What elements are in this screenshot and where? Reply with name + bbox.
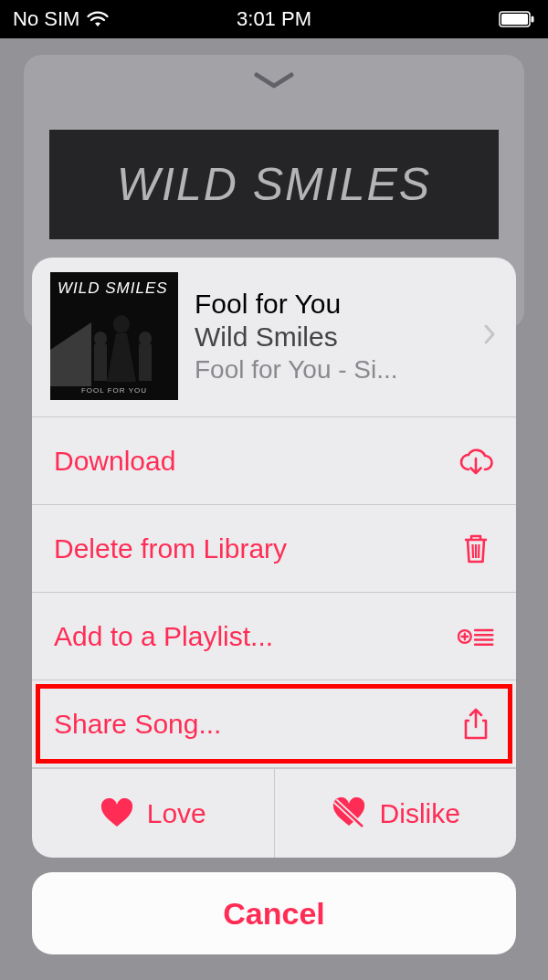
chevron-right-icon: [483, 323, 496, 349]
trash-icon: [458, 532, 494, 565]
song-title: Fool for You: [195, 288, 467, 321]
cancel-button[interactable]: Cancel: [32, 872, 516, 954]
svg-rect-5: [94, 344, 107, 381]
share-icon: [458, 707, 494, 742]
love-button[interactable]: Love: [32, 769, 274, 858]
action-sheet: WILD SMILES FOOL FOR YOU Fool for You: [32, 258, 516, 858]
love-label: Love: [147, 798, 206, 829]
svg-point-6: [113, 315, 130, 333]
add-to-playlist-button[interactable]: Add to a Playlist...: [32, 593, 516, 680]
heart-icon: [100, 798, 134, 829]
delete-label: Delete from Library: [54, 533, 287, 564]
wifi-icon: [87, 11, 109, 27]
svg-rect-8: [139, 344, 152, 381]
svg-point-7: [139, 332, 152, 346]
dislike-button[interactable]: Dislike: [274, 769, 517, 858]
status-bar: No SIM 3:01 PM: [0, 0, 548, 38]
svg-rect-1: [501, 14, 528, 25]
playlist-label: Add to a Playlist...: [54, 621, 273, 652]
add-to-list-icon: [458, 623, 494, 650]
song-header[interactable]: WILD SMILES FOOL FOR YOU Fool for You: [32, 258, 516, 417]
download-button[interactable]: Download: [32, 417, 516, 505]
album-art: WILD SMILES FOOL FOR YOU: [50, 272, 178, 400]
share-song-button[interactable]: Share Song...: [32, 680, 516, 768]
song-artist: Wild Smiles: [195, 321, 467, 353]
svg-rect-2: [532, 16, 534, 23]
song-album: Fool for You - Si...: [195, 353, 467, 385]
delete-button[interactable]: Delete from Library: [32, 505, 516, 593]
share-label: Share Song...: [54, 709, 221, 740]
cancel-label: Cancel: [223, 896, 325, 932]
heart-slash-icon: [331, 797, 367, 830]
carrier-label: No SIM: [13, 7, 79, 31]
svg-marker-3: [50, 322, 91, 386]
download-label: Download: [54, 446, 175, 477]
battery-icon: [499, 11, 535, 27]
dislike-label: Dislike: [380, 798, 460, 829]
svg-point-4: [94, 332, 107, 346]
cloud-download-icon: [458, 447, 494, 476]
